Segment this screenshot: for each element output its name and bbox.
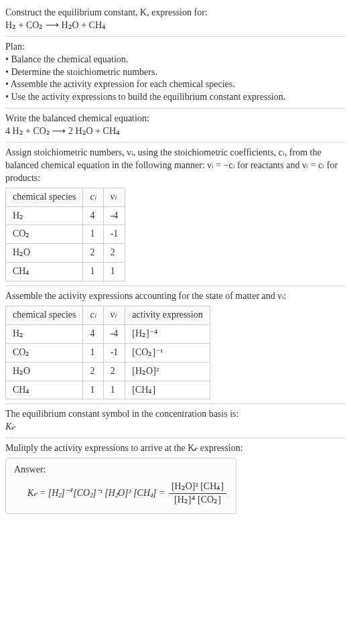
cell: 4 <box>83 206 103 225</box>
cell: H₂O <box>6 362 83 381</box>
cell: 1 <box>103 381 125 399</box>
cell: 4 <box>83 324 103 343</box>
assign-section: Assign stoichiometric numbers, νᵢ, using… <box>5 143 346 286</box>
cell: 2 <box>83 244 103 263</box>
stoich-table: chemical species cᵢ νᵢ H₂ 4 -4 CO₂ 1 -1 … <box>5 188 125 281</box>
table-row: H₂O 2 2 <box>6 244 125 263</box>
cell: 2 <box>103 362 125 381</box>
kc-lhs: K𝒸 = [H₂]⁻⁴ [CO₂]⁻¹ [H₂O]² [CH₄] = <box>27 488 165 498</box>
plan-item: • Determine the stoichiometric numbers. <box>5 66 346 79</box>
answer-expression: K𝒸 = [H₂]⁻⁴ [CO₂]⁻¹ [H₂O]² [CH₄] = [H₂O]… <box>14 476 228 508</box>
table-header-row: chemical species cᵢ νᵢ activity expressi… <box>6 306 210 325</box>
plan-item: • Use the activity expressions to build … <box>5 91 346 104</box>
cell: 2 <box>103 244 125 263</box>
cell: CH₄ <box>6 381 83 399</box>
col-header: chemical species <box>6 306 83 325</box>
cell: [H₂O]² <box>125 362 210 381</box>
col-header: activity expression <box>125 306 210 325</box>
answer-box: Answer: K𝒸 = [H₂]⁻⁴ [CO₂]⁻¹ [H₂O]² [CH₄]… <box>5 458 236 514</box>
cell: 2 <box>83 362 103 381</box>
balanced-heading: Write the balanced chemical equation: <box>5 113 346 125</box>
multiply-section: Mulitply the activity expressions to arr… <box>5 438 346 518</box>
cell: CO₂ <box>6 343 83 362</box>
plan-heading: Plan: <box>5 41 346 54</box>
multiply-text: Mulitply the activity expressions to arr… <box>5 442 346 455</box>
kc-symbol: K𝒸 <box>5 421 346 434</box>
cell: H₂O <box>6 244 83 263</box>
cell: 1 <box>83 343 103 362</box>
cell: H₂ <box>6 324 83 343</box>
table-row: H₂ 4 -4 <box>6 206 125 225</box>
plan-section: Plan: • Balance the chemical equation. •… <box>5 37 346 109</box>
intro-line1: Construct the equilibrium constant, K, e… <box>5 7 346 19</box>
cell: 1 <box>103 263 125 281</box>
cell: CH₄ <box>6 263 83 281</box>
kc-numerator: [H₂O]² [CH₄] <box>169 480 226 494</box>
unbalanced-equation: H₂ + CO₂ ⟶ H₂O + CH₄ <box>5 19 346 32</box>
plan-item: • Assemble the activity expression for e… <box>5 78 346 91</box>
cell: -4 <box>103 324 125 343</box>
col-header: cᵢ <box>83 306 103 325</box>
col-header: cᵢ <box>83 188 103 206</box>
col-header: νᵢ <box>103 188 125 206</box>
table-row: H₂ 4 -4 [H₂]⁻⁴ <box>6 324 210 343</box>
table-row: CO₂ 1 -1 <box>6 225 125 244</box>
assign-text: Assign stoichiometric numbers, νᵢ, using… <box>5 147 346 185</box>
cell: -4 <box>103 206 125 225</box>
cell: [CO₂]⁻¹ <box>125 343 210 362</box>
col-header: chemical species <box>6 188 83 206</box>
cell: -1 <box>103 225 125 244</box>
cell: 1 <box>83 225 103 244</box>
kc-fraction: [H₂O]² [CH₄] [H₂]⁴ [CO₂] <box>169 480 226 507</box>
activity-text: Assemble the activity expressions accoun… <box>5 290 346 303</box>
col-header: νᵢ <box>103 306 125 325</box>
symbol-text: The equilibrium constant symbol in the c… <box>5 408 346 421</box>
plan-item: • Balance the chemical equation. <box>5 54 346 66</box>
activity-table: chemical species cᵢ νᵢ activity expressi… <box>5 306 210 399</box>
balanced-section: Write the balanced chemical equation: 4 … <box>5 109 346 143</box>
cell: [H₂]⁻⁴ <box>125 324 210 343</box>
table-row: CH₄ 1 1 [CH₄] <box>6 381 210 399</box>
cell: CO₂ <box>6 225 83 244</box>
table-header-row: chemical species cᵢ νᵢ <box>6 188 125 206</box>
table-row: CO₂ 1 -1 [CO₂]⁻¹ <box>6 343 210 362</box>
cell: [CH₄] <box>125 381 210 399</box>
cell: 1 <box>83 381 103 399</box>
balanced-equation: 4 H₂ + CO₂ ⟶ 2 H₂O + CH₄ <box>5 125 346 138</box>
kc-denominator: [H₂]⁴ [CO₂] <box>169 494 226 507</box>
cell: H₂ <box>6 206 83 225</box>
intro-section: Construct the equilibrium constant, K, e… <box>5 3 346 37</box>
cell: -1 <box>103 343 125 362</box>
answer-label: Answer: <box>14 464 228 476</box>
table-row: CH₄ 1 1 <box>6 263 125 281</box>
table-row: H₂O 2 2 [H₂O]² <box>6 362 210 381</box>
cell: 1 <box>83 263 103 281</box>
activity-section: Assemble the activity expressions accoun… <box>5 286 346 404</box>
symbol-section: The equilibrium constant symbol in the c… <box>5 404 346 438</box>
